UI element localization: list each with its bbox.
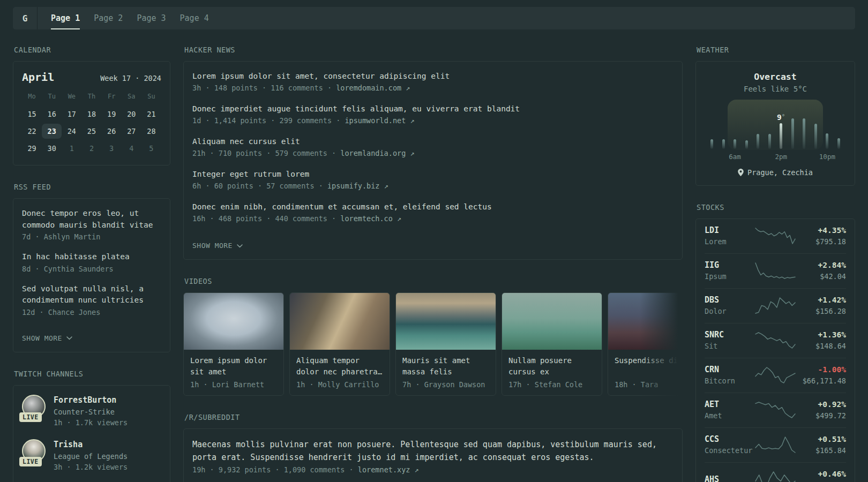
hackernews-item: Lorem ipsum dolor sit amet, consectetur …: [192, 71, 674, 94]
hackernews-item-domain[interactable]: loremtech.co: [340, 214, 393, 223]
subreddit-post-title[interactable]: Maecenas mollis pulvinar erat non posuer…: [192, 438, 674, 464]
video-card[interactable]: Aliquam tempor dolor nec pharetra… 1h · …: [289, 292, 390, 396]
subreddit-post: Maecenas mollis pulvinar erat non posuer…: [192, 438, 674, 476]
rss-item-title[interactable]: Donec tempor eros leo, ut commodo mauris…: [22, 208, 161, 231]
weather-hour-bar: [826, 133, 828, 149]
page-tab[interactable]: Page 2: [94, 7, 123, 29]
page-tab[interactable]: Page 3: [137, 7, 166, 29]
video-thumbnail: [396, 293, 496, 350]
stock-change-percent: +1.42%: [797, 295, 846, 306]
avatar: LIVE: [22, 395, 46, 418]
external-link-icon: ↗: [410, 149, 414, 157]
twitch-channel-name[interactable]: Trisha: [54, 439, 128, 450]
calendar-card: April Week 17 · 2024 Mo Tu We Th: [13, 61, 170, 165]
weather-hourly-chart: 9°: [710, 104, 840, 149]
hackernews-show-more-button[interactable]: SHOW MORE: [192, 242, 243, 250]
video-card[interactable]: Lorem ipsum dolor sit amet consectetu… 1…: [183, 292, 284, 396]
dashboard-page: G Page 1 Page 2 Page 3 Page 4: [0, 0, 868, 482]
weather-hour-bar: [791, 118, 794, 149]
calendar-weekday-label: Su: [141, 89, 161, 104]
live-badge: LIVE: [19, 412, 42, 422]
calendar-day: 5: [141, 141, 161, 156]
stock-row[interactable]: CCS Consectetur +0.51% $165.84: [705, 427, 846, 462]
weather-location: Prague, Czechia: [705, 168, 846, 177]
avatar: LIVE: [22, 439, 46, 463]
calendar-day: 25: [81, 124, 101, 139]
page-tabs: Page 1 Page 2 Page 3 Page 4: [38, 7, 209, 29]
calendar-day: 21: [141, 107, 161, 122]
current-temp-label: 9°: [777, 113, 785, 122]
stock-row[interactable]: DBS Dolor +1.42% $156.28: [705, 288, 846, 323]
stock-row[interactable]: CRN Bitcorn -1.00% $66,171.48: [705, 358, 846, 393]
videos-section: VIDEOS Lorem ipsum dolor sit amet consec…: [183, 277, 683, 396]
hackernews-item-domain[interactable]: loremlandia.org: [340, 149, 406, 157]
twitch-channel-row[interactable]: LIVE Trisha League of Legends 3h · 1.2k …: [22, 439, 161, 472]
location-pin-icon: [738, 169, 744, 176]
calendar-day: 23: [42, 124, 62, 139]
twitch-channel-meta: 1h · 1.7k viewers: [54, 417, 128, 428]
video-title[interactable]: Aliquam tempor dolor nec pharetra…: [296, 355, 383, 378]
hackernews-item-domain[interactable]: ipsumworld.net: [345, 116, 406, 125]
stock-price: $165.84: [797, 445, 846, 456]
stock-row[interactable]: LDI Lorem +4.35% $795.18: [705, 219, 846, 253]
hackernews-card: Lorem ipsum dolor sit amet, consectetur …: [183, 61, 683, 260]
video-title[interactable]: Suspendisse diam: [615, 355, 683, 378]
stock-row[interactable]: AET Amet +0.92% $499.72: [705, 393, 846, 427]
video-title[interactable]: Nullam posuere cursus ex: [508, 355, 595, 378]
columns: CALENDAR April Week 17 · 2024 Mo Tu We: [13, 46, 855, 482]
stocks-header: STOCKS: [697, 203, 855, 212]
hackernews-item-domain[interactable]: loremdomain.com: [336, 84, 401, 92]
weather-hour-bar: [837, 138, 840, 149]
rss-item-title[interactable]: In hac habitasse platea: [22, 251, 161, 263]
rss-card: Donec tempor eros leo, ut commodo mauris…: [13, 198, 170, 352]
stock-symbol: AET: [705, 399, 754, 410]
calendar-weekday-label: Tu: [42, 89, 62, 104]
stock-row[interactable]: AHS +0.46%: [705, 462, 846, 482]
rss-item-title[interactable]: Sed volutpat nulla nisl, a condimentum n…: [22, 283, 161, 306]
video-title[interactable]: Lorem ipsum dolor sit amet consectetu…: [190, 355, 277, 378]
calendar-day: 18: [81, 107, 101, 122]
stock-row[interactable]: IIG Ipsum +2.84% $42.04: [705, 253, 846, 288]
twitch-channel-row[interactable]: LIVE ForrestBurton Counter-Strike 1h · 1…: [22, 395, 161, 428]
stock-change-percent: -1.00%: [797, 364, 846, 375]
calendar-day: 16: [42, 107, 62, 122]
hackernews-item-title[interactable]: Donec imperdiet augue tincidunt felis al…: [192, 103, 674, 115]
twitch-channel-name[interactable]: ForrestBurton: [54, 395, 128, 405]
hackernews-item-domain[interactable]: ipsumify.biz: [327, 182, 380, 190]
external-link-icon: ↗: [410, 116, 414, 125]
twitch-header: TWITCH CHANNELS: [14, 370, 170, 378]
stock-change-percent: +0.46%: [797, 469, 846, 480]
hackernews-item-title[interactable]: Aliquam nec cursus elit: [192, 136, 674, 147]
external-link-icon: ↗: [406, 84, 410, 92]
live-badge: LIVE: [19, 457, 42, 466]
video-thumbnail: [502, 293, 602, 350]
calendar-weekday-label: We: [62, 89, 81, 104]
hackernews-item-title[interactable]: Lorem ipsum dolor sit amet, consectetur …: [192, 71, 674, 82]
stock-symbol: AHS: [705, 474, 754, 482]
subreddit-post-meta: 19h · 9,932 points · 1,090 comments · lo…: [192, 464, 674, 476]
hackernews-item-meta: 21h · 710 points · 579 comments · loreml…: [192, 148, 674, 159]
video-title[interactable]: Mauris sit amet massa felis: [402, 355, 489, 378]
hackernews-item-title[interactable]: Donec enim nibh, condimentum et accumsan…: [192, 201, 674, 213]
hackernews-item-title[interactable]: Integer eget rutrum lorem: [192, 169, 674, 180]
stock-sparkline-chart: [754, 365, 797, 386]
video-card[interactable]: Nullam posuere cursus ex 17h · Stefan Co…: [502, 292, 602, 396]
app-logo[interactable]: G: [13, 7, 38, 29]
video-card[interactable]: Suspendisse diam 18h · Tara: [608, 292, 683, 396]
rss-item-meta: 8d · Cynthia Saunders: [22, 263, 161, 275]
rss-item: Sed volutpat nulla nisl, a condimentum n…: [22, 283, 161, 318]
stock-change-percent: +4.35%: [797, 225, 846, 236]
calendar-day: 15: [22, 107, 42, 122]
video-card[interactable]: Mauris sit amet massa felis 7h · Grayson…: [395, 292, 496, 396]
page-tab[interactable]: Page 1: [51, 7, 80, 29]
video-thumbnail: [608, 293, 683, 350]
weather-hour-bar: [768, 134, 771, 149]
stock-row[interactable]: SNRC Sit +1.36% $148.64: [705, 323, 846, 358]
video-meta: 1h · Molly Carrillo: [296, 380, 383, 389]
stock-price: $42.04: [797, 271, 846, 282]
weather-time-tick: 10pm: [819, 153, 835, 161]
subreddit-post-domain[interactable]: loremnet.xyz: [358, 465, 410, 474]
page-tab[interactable]: Page 4: [180, 7, 209, 29]
stock-company-name: Sit: [705, 341, 754, 351]
rss-show-more-button[interactable]: SHOW MORE: [22, 334, 72, 342]
